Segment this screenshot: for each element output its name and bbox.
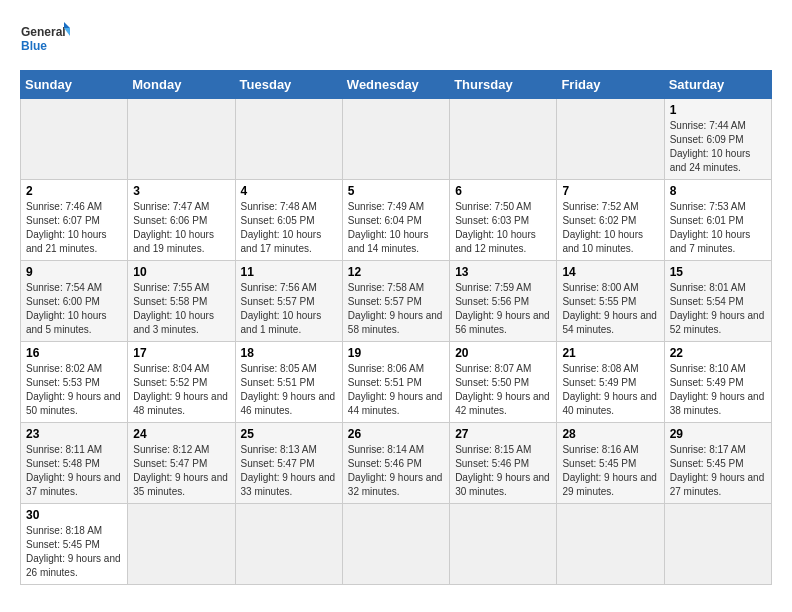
day-cell: 27Sunrise: 8:15 AM Sunset: 5:46 PM Dayli… [450,423,557,504]
day-cell: 10Sunrise: 7:55 AM Sunset: 5:58 PM Dayli… [128,261,235,342]
day-info: Sunrise: 7:59 AM Sunset: 5:56 PM Dayligh… [455,281,551,337]
day-number: 12 [348,265,444,279]
dow-friday: Friday [557,71,664,99]
day-cell: 21Sunrise: 8:08 AM Sunset: 5:49 PM Dayli… [557,342,664,423]
day-cell: 3Sunrise: 7:47 AM Sunset: 6:06 PM Daylig… [128,180,235,261]
week-row-0: 1Sunrise: 7:44 AM Sunset: 6:09 PM Daylig… [21,99,772,180]
day-info: Sunrise: 8:10 AM Sunset: 5:49 PM Dayligh… [670,362,766,418]
day-cell: 16Sunrise: 8:02 AM Sunset: 5:53 PM Dayli… [21,342,128,423]
day-info: Sunrise: 8:16 AM Sunset: 5:45 PM Dayligh… [562,443,658,499]
day-number: 17 [133,346,229,360]
day-number: 7 [562,184,658,198]
day-number: 9 [26,265,122,279]
day-cell [342,504,449,585]
day-cell [235,99,342,180]
day-number: 2 [26,184,122,198]
day-cell: 13Sunrise: 7:59 AM Sunset: 5:56 PM Dayli… [450,261,557,342]
day-of-week-header-row: SundayMondayTuesdayWednesdayThursdayFrid… [21,71,772,99]
day-cell: 4Sunrise: 7:48 AM Sunset: 6:05 PM Daylig… [235,180,342,261]
svg-text:Blue: Blue [21,39,47,53]
day-cell: 24Sunrise: 8:12 AM Sunset: 5:47 PM Dayli… [128,423,235,504]
day-cell: 22Sunrise: 8:10 AM Sunset: 5:49 PM Dayli… [664,342,771,423]
day-info: Sunrise: 7:44 AM Sunset: 6:09 PM Dayligh… [670,119,766,175]
day-number: 26 [348,427,444,441]
day-number: 24 [133,427,229,441]
day-info: Sunrise: 7:58 AM Sunset: 5:57 PM Dayligh… [348,281,444,337]
day-cell: 7Sunrise: 7:52 AM Sunset: 6:02 PM Daylig… [557,180,664,261]
day-info: Sunrise: 7:53 AM Sunset: 6:01 PM Dayligh… [670,200,766,256]
day-info: Sunrise: 8:11 AM Sunset: 5:48 PM Dayligh… [26,443,122,499]
day-number: 10 [133,265,229,279]
dow-wednesday: Wednesday [342,71,449,99]
day-cell: 30Sunrise: 8:18 AM Sunset: 5:45 PM Dayli… [21,504,128,585]
day-info: Sunrise: 8:02 AM Sunset: 5:53 PM Dayligh… [26,362,122,418]
day-info: Sunrise: 8:04 AM Sunset: 5:52 PM Dayligh… [133,362,229,418]
day-number: 15 [670,265,766,279]
day-info: Sunrise: 7:48 AM Sunset: 6:05 PM Dayligh… [241,200,337,256]
day-number: 4 [241,184,337,198]
dow-saturday: Saturday [664,71,771,99]
day-info: Sunrise: 7:50 AM Sunset: 6:03 PM Dayligh… [455,200,551,256]
day-cell [664,504,771,585]
day-number: 21 [562,346,658,360]
day-cell: 28Sunrise: 8:16 AM Sunset: 5:45 PM Dayli… [557,423,664,504]
day-cell [128,504,235,585]
dow-thursday: Thursday [450,71,557,99]
day-info: Sunrise: 8:15 AM Sunset: 5:46 PM Dayligh… [455,443,551,499]
day-info: Sunrise: 8:08 AM Sunset: 5:49 PM Dayligh… [562,362,658,418]
day-number: 11 [241,265,337,279]
day-cell: 1Sunrise: 7:44 AM Sunset: 6:09 PM Daylig… [664,99,771,180]
day-info: Sunrise: 8:01 AM Sunset: 5:54 PM Dayligh… [670,281,766,337]
day-cell: 9Sunrise: 7:54 AM Sunset: 6:00 PM Daylig… [21,261,128,342]
day-cell [235,504,342,585]
day-number: 28 [562,427,658,441]
day-info: Sunrise: 7:46 AM Sunset: 6:07 PM Dayligh… [26,200,122,256]
day-number: 29 [670,427,766,441]
day-number: 14 [562,265,658,279]
week-row-4: 23Sunrise: 8:11 AM Sunset: 5:48 PM Dayli… [21,423,772,504]
day-info: Sunrise: 8:14 AM Sunset: 5:46 PM Dayligh… [348,443,444,499]
day-info: Sunrise: 7:49 AM Sunset: 6:04 PM Dayligh… [348,200,444,256]
day-cell: 17Sunrise: 8:04 AM Sunset: 5:52 PM Dayli… [128,342,235,423]
day-number: 18 [241,346,337,360]
dow-monday: Monday [128,71,235,99]
day-info: Sunrise: 8:05 AM Sunset: 5:51 PM Dayligh… [241,362,337,418]
day-number: 23 [26,427,122,441]
day-cell: 18Sunrise: 8:05 AM Sunset: 5:51 PM Dayli… [235,342,342,423]
day-number: 1 [670,103,766,117]
day-number: 6 [455,184,551,198]
day-info: Sunrise: 8:18 AM Sunset: 5:45 PM Dayligh… [26,524,122,580]
day-number: 8 [670,184,766,198]
day-number: 19 [348,346,444,360]
day-cell: 14Sunrise: 8:00 AM Sunset: 5:55 PM Dayli… [557,261,664,342]
day-info: Sunrise: 8:07 AM Sunset: 5:50 PM Dayligh… [455,362,551,418]
day-info: Sunrise: 8:13 AM Sunset: 5:47 PM Dayligh… [241,443,337,499]
day-cell [342,99,449,180]
dow-tuesday: Tuesday [235,71,342,99]
svg-text:General: General [21,25,66,39]
day-info: Sunrise: 7:52 AM Sunset: 6:02 PM Dayligh… [562,200,658,256]
day-cell: 23Sunrise: 8:11 AM Sunset: 5:48 PM Dayli… [21,423,128,504]
week-row-1: 2Sunrise: 7:46 AM Sunset: 6:07 PM Daylig… [21,180,772,261]
day-cell: 19Sunrise: 8:06 AM Sunset: 5:51 PM Dayli… [342,342,449,423]
calendar-body: 1Sunrise: 7:44 AM Sunset: 6:09 PM Daylig… [21,99,772,585]
day-cell [128,99,235,180]
day-info: Sunrise: 8:12 AM Sunset: 5:47 PM Dayligh… [133,443,229,499]
day-number: 27 [455,427,551,441]
day-cell [557,99,664,180]
day-cell: 2Sunrise: 7:46 AM Sunset: 6:07 PM Daylig… [21,180,128,261]
day-cell: 29Sunrise: 8:17 AM Sunset: 5:45 PM Dayli… [664,423,771,504]
day-info: Sunrise: 7:55 AM Sunset: 5:58 PM Dayligh… [133,281,229,337]
day-info: Sunrise: 7:47 AM Sunset: 6:06 PM Dayligh… [133,200,229,256]
week-row-5: 30Sunrise: 8:18 AM Sunset: 5:45 PM Dayli… [21,504,772,585]
day-number: 16 [26,346,122,360]
week-row-3: 16Sunrise: 8:02 AM Sunset: 5:53 PM Dayli… [21,342,772,423]
day-cell: 15Sunrise: 8:01 AM Sunset: 5:54 PM Dayli… [664,261,771,342]
day-number: 22 [670,346,766,360]
day-info: Sunrise: 8:00 AM Sunset: 5:55 PM Dayligh… [562,281,658,337]
day-cell: 5Sunrise: 7:49 AM Sunset: 6:04 PM Daylig… [342,180,449,261]
day-number: 30 [26,508,122,522]
day-cell: 26Sunrise: 8:14 AM Sunset: 5:46 PM Dayli… [342,423,449,504]
day-cell: 11Sunrise: 7:56 AM Sunset: 5:57 PM Dayli… [235,261,342,342]
day-cell [450,504,557,585]
